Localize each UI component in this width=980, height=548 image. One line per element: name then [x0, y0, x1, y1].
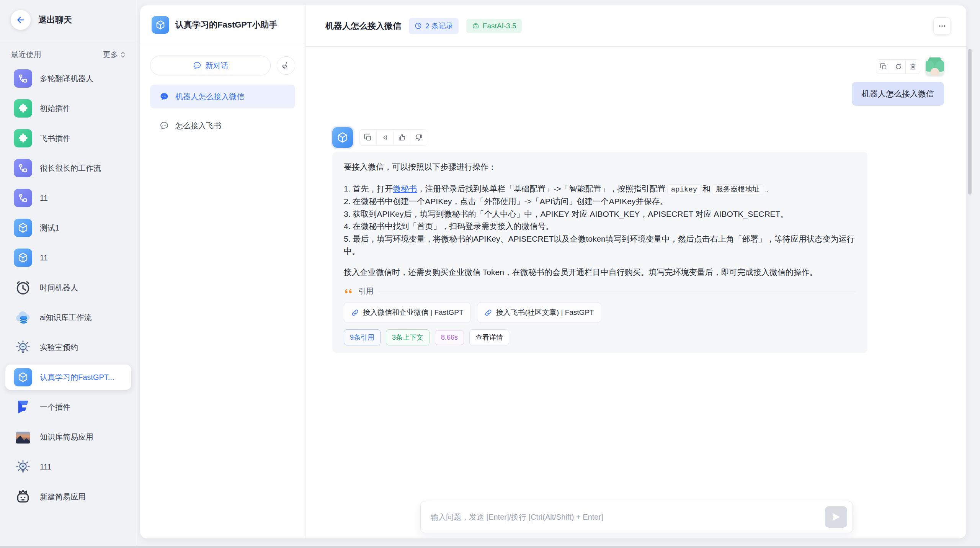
chat-input[interactable]	[431, 513, 825, 522]
user-message-header	[332, 57, 944, 76]
copy-icon[interactable]	[359, 130, 376, 145]
bottom-strip	[0, 546, 980, 548]
divider	[378, 291, 856, 291]
history-item-1[interactable]: 怎么接入飞书	[150, 114, 295, 137]
thumbs-up-icon[interactable]	[393, 130, 410, 145]
sidebar-item-13[interactable]: 111	[5, 454, 131, 479]
history-item-0[interactable]: 机器人怎么接入微信	[150, 85, 295, 108]
user-message-row: 机器人怎么接入微信	[332, 82, 944, 106]
exit-chat-label: 退出聊天	[38, 14, 72, 26]
link-icon	[484, 309, 492, 317]
link-icon	[351, 309, 359, 317]
sidebar-item-8[interactable]: ai知识库工作流	[5, 305, 131, 330]
quotes-count-pill[interactable]: 9条引用	[344, 329, 381, 345]
scrollbar[interactable]	[968, 49, 972, 195]
sidebar-item-6[interactable]: 11	[5, 245, 131, 270]
sidebar-item-9[interactable]: 实验室预约	[5, 335, 131, 360]
weimishu-link[interactable]: 微秘书	[393, 184, 417, 193]
main-card: 认真学习的FastGPT小助手 新对话 机器人怎么接入微信 怎么接入飞书 机器人…	[140, 5, 966, 538]
sidebar-item-3[interactable]: 很长很长的工作流	[5, 155, 131, 181]
clear-history-button[interactable]	[277, 56, 295, 75]
citation-chip-0[interactable]: 接入微信和企业微信 | FastGPT	[344, 303, 471, 322]
assistant-message-toolbar	[359, 129, 427, 146]
messages-area: 机器人怎么接入微信	[305, 47, 966, 538]
sidebar-item-2[interactable]: 飞书插件	[5, 126, 131, 151]
flag-icon	[14, 398, 32, 416]
step-text: 1. 首先，打开	[344, 184, 393, 193]
thumbs-down-icon[interactable]	[410, 130, 427, 145]
user-avatar	[926, 57, 944, 76]
send-button[interactable]	[825, 506, 847, 528]
model-badge[interactable]: FastAI-3.5	[466, 19, 522, 33]
copy-icon[interactable]	[876, 60, 891, 74]
clock-icon	[414, 22, 422, 30]
citations-row: 接入微信和企业微信 | FastGPT 接入飞书(社区文章) | FastGPT	[344, 303, 856, 322]
sidebar-header: 退出聊天	[0, 0, 137, 40]
assistant-steps: 1. 首先，打开微秘书，注册登录后找到菜单栏「基础配置」->「智能配置」，按照指…	[344, 183, 856, 258]
read-aloud-icon[interactable]	[376, 130, 393, 145]
assistant-message-header	[332, 127, 944, 148]
back-arrow-icon	[16, 15, 26, 25]
user-message-toolbar	[876, 59, 920, 74]
sidebar-item-14[interactable]: 新建简易应用	[5, 484, 131, 509]
assistant-note: 接入企业微信时，还需要购买企业微信 Token，在微秘书的会员开通栏目中自行购买…	[344, 266, 856, 279]
chat-input-bar	[420, 501, 853, 533]
inline-code: apikey	[667, 184, 701, 195]
sidebar-item-12[interactable]: 知识库简易应用	[5, 424, 131, 450]
app-title: 认真学习的FastGPT小助手	[175, 19, 277, 31]
robot-icon	[472, 22, 480, 30]
cube-icon	[14, 219, 32, 237]
sidebar-item-4[interactable]: 11	[5, 185, 131, 211]
sidebar-item-label: 知识库简易应用	[40, 432, 93, 442]
plugin-icon	[14, 99, 32, 118]
app-panel-header: 认真学习的FastGPT小助手	[140, 5, 305, 44]
new-chat-button[interactable]: 新对话	[150, 56, 271, 75]
history-item-label: 机器人怎么接入微信	[175, 92, 244, 102]
dataset-icon	[14, 308, 32, 327]
chat-bubble-icon	[159, 92, 169, 101]
citation-chip-1[interactable]: 接入飞书(社区文章) | FastGPT	[477, 303, 601, 322]
sidebar-item-1[interactable]: 初始插件	[5, 96, 131, 121]
sidebar-item-0[interactable]: 多轮翻译机器人	[5, 66, 131, 91]
view-detail-pill[interactable]: 查看详情	[469, 329, 509, 345]
step-text: 和	[702, 184, 710, 193]
sidebar-item-label: 初始插件	[40, 103, 70, 114]
assistant-step-1: 1. 首先，打开微秘书，注册登录后找到菜单栏「基础配置」->「智能配置」，按照指…	[344, 183, 856, 195]
records-badge[interactable]: 2 条记录	[409, 18, 459, 34]
sidebar-item-label: 新建简易应用	[40, 492, 86, 502]
app-list: 多轮翻译机器人 初始插件 飞书插件 很长很长的工作流 11 测试1 11 时间机…	[0, 66, 137, 509]
exit-chat-button[interactable]	[11, 10, 31, 30]
delete-icon[interactable]	[905, 60, 920, 74]
sidebar-item-10[interactable]: 认真学习的FastGPT...	[5, 365, 131, 390]
quote-label: 引用	[358, 286, 374, 296]
new-chat-row: 新对话	[140, 44, 305, 85]
more-button[interactable]: 更多	[103, 49, 126, 60]
chat-bubble-icon	[193, 61, 202, 70]
context-count-pill[interactable]: 3条上下文	[386, 329, 430, 345]
history-item-label: 怎么接入飞书	[175, 121, 221, 131]
sidebar-item-label: 111	[40, 463, 51, 471]
robot-icon	[14, 487, 32, 506]
sidebar-item-11[interactable]: 一个插件	[5, 394, 131, 420]
response-time-pill[interactable]: 8.66s	[435, 330, 464, 345]
inline-code: 服务器根地址	[712, 184, 763, 195]
quote-icon	[344, 287, 354, 296]
chat-area: 机器人怎么接入微信 2 条记录 FastAI-3.5	[305, 5, 966, 538]
quote-section-header: 引用	[344, 286, 856, 296]
bulb-icon	[14, 458, 32, 476]
assistant-step-4: 4. 在微秘书中找到「首页」，扫码登录需要接入的微信号。	[344, 220, 856, 233]
new-chat-label: 新对话	[206, 61, 229, 71]
chat-title: 机器人怎么接入微信	[325, 20, 401, 32]
citation-label: 接入微信和企业微信 | FastGPT	[363, 308, 464, 317]
retry-icon[interactable]	[891, 60, 905, 74]
assistant-avatar-cube-icon	[332, 127, 353, 148]
sidebar-item-label: 很长很长的工作流	[40, 163, 101, 173]
ellipsis-icon	[938, 21, 947, 31]
sidebar-item-label: 测试1	[40, 223, 59, 233]
sidebar-item-7[interactable]: 时间机器人	[5, 275, 131, 300]
assistant-message-card: 要接入微信，可以按照以下步骤进行操作： 1. 首先，打开微秘书，注册登录后找到菜…	[332, 152, 867, 353]
sidebar-item-label: 一个插件	[40, 402, 70, 412]
broom-icon	[281, 61, 291, 70]
chat-more-button[interactable]	[933, 17, 951, 35]
sidebar-item-5[interactable]: 测试1	[5, 215, 131, 240]
